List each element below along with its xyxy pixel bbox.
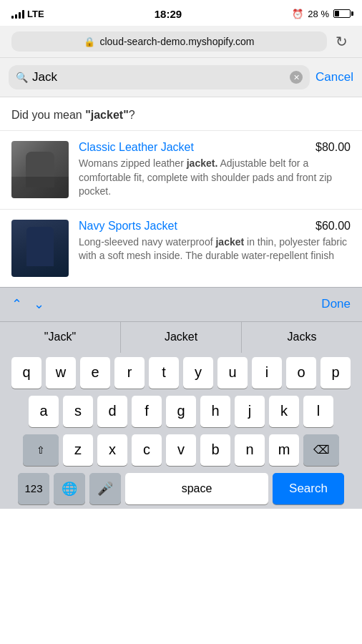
key-p[interactable]: p <box>321 357 351 389</box>
product-desc-2: Long-sleeved navy waterproof jacket in t… <box>79 235 351 263</box>
bar2 <box>15 14 17 19</box>
key-h[interactable]: h <box>200 396 230 427</box>
battery-fill <box>335 11 339 16</box>
key-b[interactable]: b <box>200 434 230 466</box>
autocomplete-bar: "Jack" Jacket Jacks <box>0 321 362 353</box>
search-key[interactable]: Search <box>273 473 344 504</box>
autocomplete-label-2: Jacket <box>165 331 197 343</box>
product-info-2: Navy Sports Jacket $60.00 Long-sleeved n… <box>79 220 351 263</box>
search-input-wrapper[interactable]: 🔍 ✕ <box>9 65 310 89</box>
key-row-1: q w e r t y u i o p <box>3 357 359 389</box>
shift-key[interactable]: ⇧ <box>23 434 59 466</box>
bar1 <box>11 16 14 19</box>
autocomplete-label-3: Jacks <box>288 331 317 343</box>
key-l[interactable]: l <box>303 396 333 427</box>
keyboard: q w e r t y u i o p a s d f g h j k l ⇧ … <box>0 353 362 509</box>
refresh-button[interactable]: ↻ <box>333 33 351 50</box>
product-item-2[interactable]: Navy Sports Jacket $60.00 Long-sleeved n… <box>0 209 362 287</box>
delete-key[interactable]: ⌫ <box>303 434 339 466</box>
key-s[interactable]: s <box>63 396 93 427</box>
key-w[interactable]: w <box>46 357 76 389</box>
nav-arrows: ⌃ ⌄ <box>11 296 44 312</box>
search-input[interactable] <box>32 70 285 84</box>
bar4 <box>22 10 24 19</box>
key-row-2: a s d f g h j k l <box>3 396 359 427</box>
product-item[interactable]: Classic Leather Jacket $80.00 Womans zip… <box>0 130 362 209</box>
status-left: LTE <box>11 9 44 19</box>
product-price-2: $60.00 <box>315 220 351 233</box>
key-row-3: ⇧ z x c v b n m ⌫ <box>3 434 359 466</box>
product-header-1: Classic Leather Jacket $80.00 <box>79 141 351 154</box>
key-k[interactable]: k <box>269 396 299 427</box>
key-i[interactable]: i <box>252 357 282 389</box>
num-key[interactable]: 123 <box>18 473 49 504</box>
carrier-label: LTE <box>27 9 44 19</box>
key-o[interactable]: o <box>286 357 316 389</box>
key-x[interactable]: x <box>97 434 127 466</box>
product-thumbnail-1 <box>11 141 69 198</box>
key-c[interactable]: c <box>132 434 162 466</box>
clear-button[interactable]: ✕ <box>290 71 303 84</box>
autocomplete-item-3[interactable]: Jacks <box>242 322 362 353</box>
key-y[interactable]: y <box>183 357 213 389</box>
cancel-button[interactable]: Cancel <box>315 70 353 84</box>
globe-key[interactable]: 🌐 <box>54 473 85 504</box>
keyboard-toolbar: ⌃ ⌄ Done <box>0 287 362 321</box>
battery-icon <box>333 9 351 18</box>
search-bar-area: 🔍 ✕ Cancel <box>0 58 362 97</box>
content-area: Did you mean "jacket"? Classic Leather J… <box>0 97 362 287</box>
key-r[interactable]: r <box>114 357 145 389</box>
key-d[interactable]: d <box>97 396 127 427</box>
key-v[interactable]: v <box>166 434 196 466</box>
key-u[interactable]: u <box>217 357 248 389</box>
url-text: cloud-search-demo.myshopify.com <box>99 36 254 47</box>
key-e[interactable]: e <box>80 357 110 389</box>
autocomplete-item-2[interactable]: Jacket <box>121 322 242 353</box>
key-q[interactable]: q <box>11 357 41 389</box>
suggestion-text: Did you mean "jacket"? <box>0 97 362 130</box>
product-name-1[interactable]: Classic Leather Jacket <box>79 141 315 154</box>
key-row-4: 123 🌐 🎤 space Search <box>3 473 359 504</box>
lock-icon: 🔒 <box>84 36 95 47</box>
autocomplete-label-1: "Jack" <box>44 331 76 343</box>
mic-key[interactable]: 🎤 <box>89 473 121 504</box>
clock: 18:29 <box>155 8 182 20</box>
product-name-2[interactable]: Navy Sports Jacket <box>79 220 315 233</box>
arrow-up-button[interactable]: ⌃ <box>11 296 22 312</box>
search-icon: 🔍 <box>16 72 28 83</box>
space-key[interactable]: space <box>125 473 268 504</box>
arrow-down-button[interactable]: ⌄ <box>34 296 44 312</box>
suggestion-term: "jacket" <box>85 109 129 121</box>
key-a[interactable]: a <box>29 396 59 427</box>
key-m[interactable]: m <box>269 434 299 466</box>
key-j[interactable]: j <box>235 396 265 427</box>
product-info-1: Classic Leather Jacket $80.00 Womans zip… <box>79 141 351 199</box>
status-bar: LTE 18:29 ⏰ 28 % <box>0 0 362 26</box>
product-header-2: Navy Sports Jacket $60.00 <box>79 220 351 233</box>
product-thumbnail-2 <box>11 220 69 277</box>
autocomplete-item-1[interactable]: "Jack" <box>0 322 121 353</box>
battery-container <box>333 9 351 18</box>
key-g[interactable]: g <box>166 396 196 427</box>
alarm-icon: ⏰ <box>292 9 303 19</box>
key-z[interactable]: z <box>63 434 93 466</box>
done-button[interactable]: Done <box>321 297 351 311</box>
bar3 <box>19 12 21 19</box>
key-f[interactable]: f <box>132 396 162 427</box>
url-bar[interactable]: 🔒 cloud-search-demo.myshopify.com <box>11 31 327 52</box>
browser-bar: 🔒 cloud-search-demo.myshopify.com ↻ <box>0 26 362 58</box>
battery-percent: 28 % <box>308 9 329 19</box>
signal-bars <box>11 9 24 19</box>
key-n[interactable]: n <box>235 434 265 466</box>
product-desc-1: Womans zipped leather jacket. Adjustable… <box>79 157 351 199</box>
product-price-1: $80.00 <box>315 141 351 154</box>
status-right: ⏰ 28 % <box>292 9 351 19</box>
key-t[interactable]: t <box>149 357 179 389</box>
